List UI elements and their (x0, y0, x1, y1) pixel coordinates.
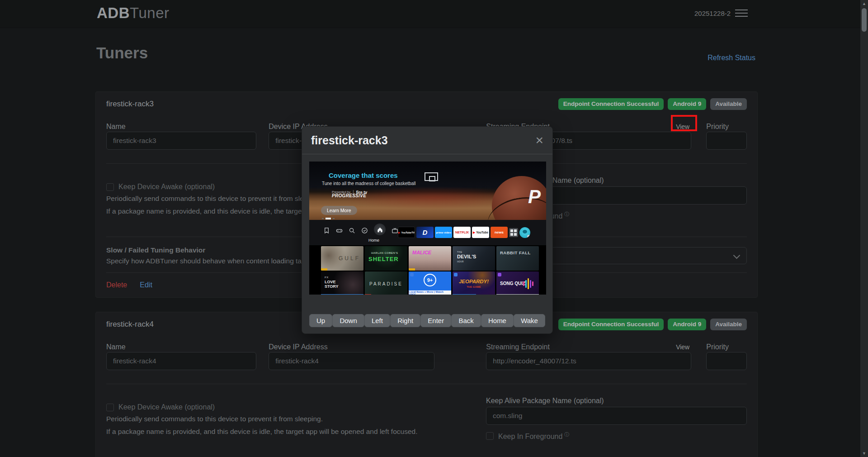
device-view-modal: firestick-rack3 × Coverage that scores T… (302, 126, 553, 334)
carousel-dots (322, 218, 335, 219)
poster-paradise: PARADISE (365, 271, 407, 295)
remote-wake-button[interactable]: Wake (514, 314, 545, 327)
search-icon (349, 227, 355, 234)
basketball-hoop (425, 172, 438, 181)
poster-malice: MALICE (409, 246, 451, 271)
home-icon (377, 226, 383, 233)
remote-up-button[interactable]: Up (309, 314, 332, 327)
netflix-app-tile: NETFLIX (453, 227, 471, 238)
scrollbar-thumb[interactable] (862, 8, 867, 32)
apps-grid-icon (509, 228, 518, 237)
scroll-up-arrow[interactable]: ▲ (860, 1, 868, 6)
profile-avatar (519, 227, 530, 238)
prime-video-app-tile: prime video (435, 227, 452, 238)
remote-left-button[interactable]: Left (364, 314, 390, 327)
bookmark-icon (323, 227, 330, 234)
poster-gulf: GULF (321, 246, 363, 271)
remote-back-button[interactable]: Back (451, 314, 481, 327)
home-nav-label: Home (368, 238, 379, 243)
remote-button-row: Up Down Left Right Enter Back Home Wake (309, 314, 545, 327)
remote-home-button[interactable]: Home (481, 314, 514, 327)
youtube-app-tile: ▶YouTube (472, 227, 489, 238)
scroll-down-arrow[interactable]: ▼ (860, 451, 868, 456)
modal-title: firestick-rack3 (311, 134, 388, 147)
basketball: P (492, 176, 546, 220)
check-circle-icon (361, 227, 368, 234)
poster-devils-hour: THEDEVIL'SHOUR (453, 246, 495, 271)
poster-love-story: FXLOVE STORY (321, 271, 363, 295)
news-app-tile: news (491, 227, 508, 238)
device-screenshot: Coverage that scores Tune into all the m… (309, 162, 546, 295)
hero-sponsor-row: Presented by PROGRESSIVE | fire tv (332, 190, 367, 195)
page-scrollbar[interactable]: ▲ ▼ (860, 0, 868, 457)
poster-rabbit-fall: RABBIT FALL (496, 246, 539, 271)
firetv-app-row: ▶YouTubeTV D prime video NETFLIX ▶YouTub… (398, 227, 530, 238)
hero-subtitle: Tune into all the madness of college bas… (322, 181, 416, 186)
progressive-logo: PROGRESSIVE (332, 193, 366, 195)
view-button-highlight (671, 115, 697, 131)
poster-nine-plus: 9+Local News + More | Watch FREE (409, 271, 451, 295)
learn-more-button: Learn More (321, 206, 357, 215)
remote-enter-button[interactable]: Enter (420, 314, 451, 327)
remote-right-button[interactable]: Right (390, 314, 420, 327)
game-controller-icon (336, 227, 343, 234)
firetv-hero-banner: Coverage that scores Tune into all the m… (309, 162, 546, 220)
hero-title: Coverage that scores (329, 171, 398, 179)
directv-app-tile: D (416, 227, 434, 238)
close-icon[interactable]: × (535, 133, 543, 147)
firetv-content-row-1: GULF HARLAN COBEN'SSHELTER MALICE THEDEV… (321, 246, 546, 271)
home-icon-highlight (374, 224, 386, 235)
youtubetv-app-tile: ▶YouTubeTV (398, 227, 415, 238)
firetv-nav-bar: Home ▶YouTubeTV D prime video NETFLIX ▶Y… (309, 220, 546, 245)
poster-song-quiz: SONG QUIZ (496, 271, 539, 295)
firetv-content-row-2: FXLOVE STORY PARADISE 9+Local News + Mor… (321, 271, 546, 295)
poster-shelter: HARLAN COBEN'SSHELTER (365, 246, 407, 271)
poster-jeopardy: JEOPARDY!THE GAME (453, 271, 495, 295)
remote-down-button[interactable]: Down (332, 314, 364, 327)
live-tv-icon (392, 227, 398, 234)
